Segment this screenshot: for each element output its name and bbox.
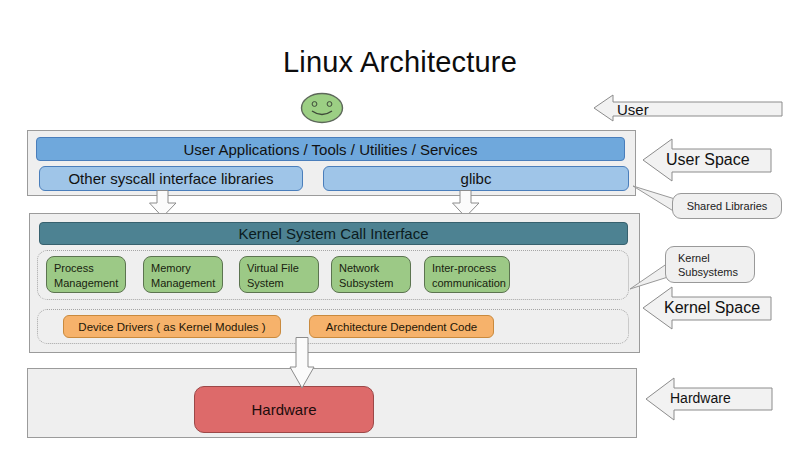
- hardware-arrow-label: Hardware: [670, 390, 731, 406]
- shared-libraries-callout-tail: [633, 186, 675, 212]
- linux-architecture-diagram: Linux Architecture User User Application…: [0, 0, 800, 452]
- hardware-flow-arrow down-arrow-icon: [289, 337, 315, 389]
- user-space-arrow-label: User Space: [666, 151, 750, 169]
- shared-libraries-callout: Shared Libraries: [672, 193, 782, 219]
- kernel-subsystems-callout-tail: [630, 263, 668, 289]
- kernel-space-arrow-label: Kernel Space: [664, 299, 760, 317]
- callout-tails: [0, 0, 800, 452]
- kernel-subsystems-callout: Kernel Subsystems: [665, 246, 755, 283]
- user-arrow-label: User: [617, 101, 649, 118]
